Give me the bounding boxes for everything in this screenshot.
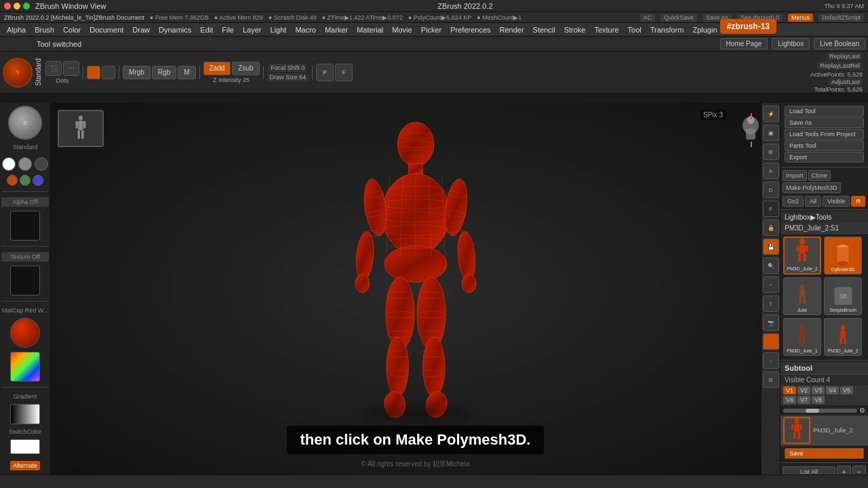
- tool-simplebrush[interactable]: SB SimpleBrush: [824, 277, 862, 315]
- mrgb-btn[interactable]: Mrgb: [123, 66, 151, 79]
- alpha-off-label[interactable]: Alpha Off: [1, 197, 49, 207]
- subtool-tab-v5[interactable]: V5: [840, 386, 853, 394]
- replay-last-btn[interactable]: ReplayLast: [827, 52, 863, 60]
- zbrush-badge[interactable]: #zbrush-13: [720, 19, 776, 34]
- icon-frame[interactable]: F: [763, 201, 779, 217]
- focal-shift-label[interactable]: Focal Shift 0: [268, 64, 307, 72]
- m-btn[interactable]: M: [178, 66, 195, 79]
- standard-brush-icon[interactable]: S: [8, 106, 42, 140]
- parts-tool-btn[interactable]: Parts Tool: [785, 140, 864, 151]
- save-as-btn-rp[interactable]: Save As: [785, 117, 864, 128]
- ac-btn[interactable]: AC: [640, 14, 656, 22]
- subtool-tab-v3[interactable]: V3: [812, 386, 825, 394]
- menu-movie[interactable]: Movie: [388, 24, 416, 35]
- r-btn[interactable]: R: [851, 196, 865, 207]
- switch-color-swatch[interactable]: [10, 439, 40, 454]
- color-dot-2[interactable]: [18, 157, 32, 171]
- subtool-tab-v8[interactable]: V8: [812, 396, 825, 404]
- subtool-settings-icon[interactable]: ⚙: [859, 407, 865, 414]
- icon-texture[interactable]: T: [763, 296, 779, 312]
- quick-save-btn[interactable]: QuickSave: [660, 14, 697, 22]
- icon-camera[interactable]: 📷: [763, 314, 779, 331]
- icon-grid-2[interactable]: ⊟: [763, 371, 779, 388]
- stroke-icon-1[interactable]: [87, 66, 100, 79]
- floor-btn[interactable]: F: [335, 64, 353, 81]
- menu-stroke[interactable]: Stroke: [560, 24, 590, 35]
- menu-texture[interactable]: Texture: [590, 24, 623, 35]
- menu-stencil[interactable]: Stencil: [529, 24, 559, 35]
- add-list-icon[interactable]: +: [837, 466, 850, 474]
- dots-btn[interactable]: ⋯: [63, 61, 79, 76]
- zsub-btn[interactable]: Zsub: [232, 62, 259, 75]
- subtool-toggle-slider[interactable]: [783, 409, 857, 413]
- zadd-btn[interactable]: Zadd: [203, 62, 231, 75]
- subtool-tab-v6[interactable]: V6: [783, 396, 796, 404]
- tool-pm3d-julie-1[interactable]: PM3D_Julie_1: [783, 318, 821, 356]
- material-swatch[interactable]: [10, 318, 40, 348]
- menu-zplugin[interactable]: Zplugin: [688, 24, 721, 35]
- menu-material[interactable]: Material: [353, 24, 387, 35]
- visible-btn[interactable]: Visible: [823, 196, 850, 207]
- gradient-preview[interactable]: [10, 404, 40, 424]
- menu-layer[interactable]: Layer: [239, 24, 266, 35]
- default-zscript-btn[interactable]: DefaultZScript: [818, 14, 864, 22]
- menu-picker[interactable]: Picker: [417, 24, 446, 35]
- menu-dynamics[interactable]: Dynamics: [155, 24, 195, 35]
- menu-render[interactable]: Render: [496, 24, 528, 35]
- alternate-btn[interactable]: Alternate: [10, 461, 40, 470]
- subtool-tab-v7[interactable]: V7: [797, 396, 810, 404]
- go2-btn[interactable]: Go2: [783, 196, 804, 207]
- color-dot-5[interactable]: [20, 175, 31, 186]
- lightbox-tools-btn[interactable]: Lightbox▶Tools: [781, 211, 868, 223]
- app-menu-title[interactable]: ZBrush Window View: [35, 2, 106, 10]
- menu-file[interactable]: File: [218, 24, 238, 35]
- import-btn[interactable]: Import: [783, 170, 807, 181]
- color-dot-4[interactable]: [7, 175, 18, 186]
- menu-color[interactable]: Color: [59, 24, 85, 35]
- icon-save[interactable]: 💾: [763, 239, 779, 255]
- replay-last-rel-btn[interactable]: ReplayLastRel: [817, 62, 863, 70]
- rgb-btn[interactable]: Rgb: [152, 66, 176, 79]
- menu-edit[interactable]: Edit: [196, 24, 217, 35]
- all-btn[interactable]: All: [805, 196, 821, 207]
- menu-preferences[interactable]: Preferences: [446, 24, 494, 35]
- viewport[interactable]: SPix 3: [51, 103, 780, 474]
- draw-size-label[interactable]: Draw Size 64: [267, 73, 309, 81]
- subtool-tab-v4[interactable]: V4: [826, 386, 839, 394]
- make-polymesh-btn[interactable]: Make PolyMesh3D: [783, 182, 841, 193]
- icon-dynamic[interactable]: D: [763, 182, 779, 198]
- menu-marker[interactable]: Marker: [321, 24, 352, 35]
- subtool-tab-v2[interactable]: V2: [797, 386, 810, 394]
- adjust-last-btn[interactable]: AdjustLast: [829, 78, 863, 86]
- home-page-btn[interactable]: Home Page: [720, 38, 768, 49]
- menu-light[interactable]: Light: [267, 24, 291, 35]
- texture-off-label[interactable]: Texture Off: [1, 252, 49, 262]
- tool-pm3d-julie-2-large[interactable]: PM3D_Julie_2: [783, 237, 821, 274]
- lightbox-btn[interactable]: Lightbox: [772, 38, 810, 49]
- menu-tool[interactable]: Tool: [624, 24, 646, 35]
- list-all-btn[interactable]: List All: [783, 466, 835, 474]
- menu-transform[interactable]: Transform: [646, 24, 688, 35]
- brush-thumbnail[interactable]: [58, 110, 104, 147]
- menu-draw[interactable]: Draw: [128, 24, 154, 35]
- alpha-preview[interactable]: [10, 211, 40, 241]
- clone-btn[interactable]: Clone: [808, 170, 831, 181]
- color-dot-6[interactable]: [33, 175, 43, 186]
- load-tools-project-btn[interactable]: Load Tools From Project: [785, 129, 864, 140]
- menu-alpha[interactable]: Alpha: [3, 24, 30, 35]
- icon-actual[interactable]: A: [763, 163, 779, 179]
- tool-pm3d-julie-2-small[interactable]: PM3D_Julie_2: [824, 318, 862, 356]
- menu-macro[interactable]: Macro: [291, 24, 320, 35]
- color-dot-3[interactable]: [35, 157, 48, 171]
- icon-orange-box[interactable]: [763, 333, 779, 350]
- tool-julie[interactable]: Julie: [783, 277, 821, 315]
- remove-list-icon[interactable]: −: [852, 466, 866, 474]
- icon-solid[interactable]: ▣: [763, 125, 779, 141]
- color-picker[interactable]: [10, 352, 40, 382]
- menus-btn[interactable]: Menus: [788, 14, 813, 22]
- load-tool-btn[interactable]: Load Tool: [785, 106, 864, 117]
- draw-btn[interactable]: ⬛: [45, 61, 62, 76]
- texture-preview[interactable]: [10, 266, 40, 296]
- icon-floor[interactable]: ↓: [763, 352, 779, 369]
- live-boolean-btn[interactable]: Live Boolean: [814, 38, 865, 49]
